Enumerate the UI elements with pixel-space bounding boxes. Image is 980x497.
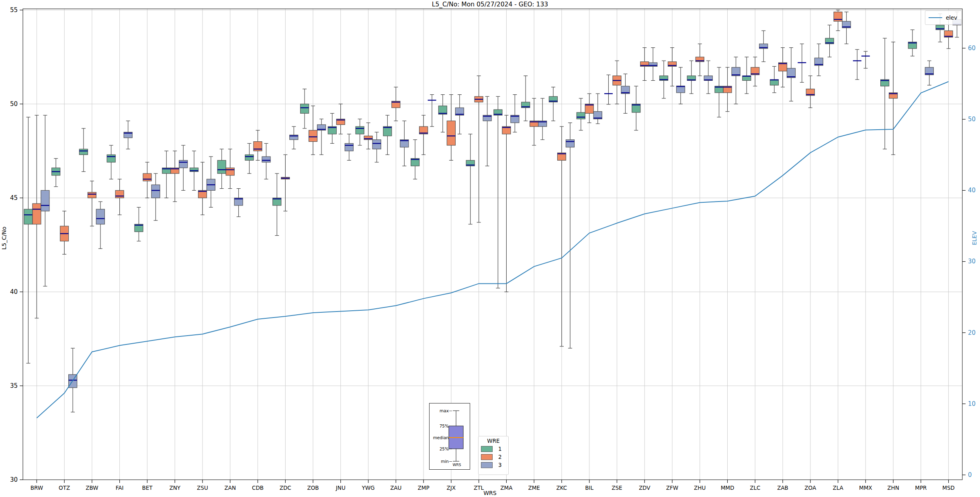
elev-legend: elev xyxy=(925,10,962,25)
box-ZAN-wre2 xyxy=(226,168,234,175)
y-tick-label-right-10: 10 xyxy=(968,400,976,407)
box-BIL-wre1 xyxy=(577,112,585,119)
y-tick-label-right-0: 0 xyxy=(968,471,972,479)
elev-legend-label: elev xyxy=(946,14,957,21)
wre-item-label: 3 xyxy=(498,462,502,468)
box-FAI-wre1 xyxy=(107,155,115,162)
y-tick-label-left-50: 50 xyxy=(10,100,18,108)
y-tick-label-left-30: 30 xyxy=(10,476,18,483)
wre-swatch-3 xyxy=(481,462,493,468)
y-tick-label-left-45: 45 xyxy=(10,194,18,202)
inset-mini-boxplot xyxy=(430,403,470,469)
elev-line xyxy=(37,81,948,418)
box-ZAN-wre1 xyxy=(217,160,226,173)
y-tick-label-left-40: 40 xyxy=(10,288,18,295)
wre-legend-item-1: 1 xyxy=(481,446,508,452)
wre-legend-item-3: 3 xyxy=(481,462,508,468)
plot-border xyxy=(23,9,962,480)
x-axis-label: WRS xyxy=(0,490,980,496)
chart-title: L5_C/No: Mon 05/27/2024 - GEO: 133 xyxy=(0,1,980,8)
wre-swatch-2 xyxy=(481,454,493,460)
box-FAI-wre2 xyxy=(115,190,124,198)
wre-item-label: 1 xyxy=(498,446,502,452)
box-ZOB-wre1 xyxy=(301,104,309,113)
box-ZBW-wre2 xyxy=(88,192,96,198)
y-tick-label-right-50: 50 xyxy=(968,116,976,123)
box-BRW-wre2 xyxy=(33,204,41,224)
box-BRW-wre1 xyxy=(24,209,33,224)
box-ZJX-wre2 xyxy=(447,121,455,145)
box-YWG-wre1 xyxy=(356,126,364,134)
box-ZOB-wre2 xyxy=(309,130,317,142)
y-tick-label-right-20: 20 xyxy=(968,329,976,336)
elev-legend-line-icon xyxy=(929,17,942,18)
boxplot-explainer-inset: WRS max75%median25%min xyxy=(429,403,470,470)
box-ZBW-wre1 xyxy=(79,149,88,155)
box-BET-wre3 xyxy=(151,185,160,198)
plot-area: 3035404550550102030405060BRWOTZZBWFAIBET… xyxy=(0,0,980,497)
box-CDB-wre1 xyxy=(245,155,254,160)
wre-legend: WRE 123 xyxy=(478,436,509,475)
box-YWG-wre3 xyxy=(372,140,381,149)
box-ZBW-wre3 xyxy=(96,209,104,224)
box-ZNY-wre3 xyxy=(179,160,188,168)
y-axis-label-right: ELEV xyxy=(971,210,978,266)
y-axis-label-left: L5_C/No xyxy=(1,210,7,266)
wre-legend-item-2: 2 xyxy=(481,454,508,460)
figure: 3035404550550102030405060BRWOTZZBWFAIBET… xyxy=(0,0,980,497)
wre-legend-title: WRE xyxy=(479,438,508,444)
y-tick-label-right-60: 60 xyxy=(968,45,976,52)
box-JNU-wre3 xyxy=(345,143,353,151)
box-ZKC-wre3 xyxy=(566,140,574,147)
wre-item-label: 2 xyxy=(498,454,502,460)
box-BET-wre2 xyxy=(143,173,151,181)
box-CDB-wre3 xyxy=(262,157,270,162)
y-tick-label-right-40: 40 xyxy=(968,187,976,194)
wre-swatch-1 xyxy=(481,446,493,452)
box-BRW-wre3 xyxy=(41,190,49,211)
y-tick-label-left-35: 35 xyxy=(10,382,18,389)
